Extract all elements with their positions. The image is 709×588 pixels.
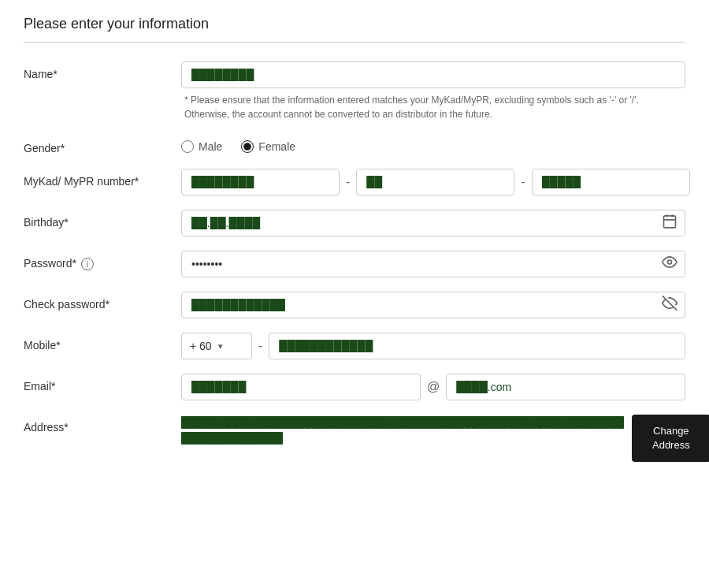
check-password-label: Check password* bbox=[24, 292, 181, 311]
mobile-label: Mobile* bbox=[24, 333, 181, 352]
mykad-label: MyKad/ MyPR number* bbox=[24, 169, 181, 188]
check-password-eye-icon[interactable] bbox=[662, 296, 677, 315]
password-input-wrapper bbox=[181, 251, 685, 277]
email-domain-input[interactable] bbox=[446, 374, 685, 400]
name-control: * Please ensure that the information ent… bbox=[181, 61, 685, 121]
birthday-control bbox=[181, 210, 685, 236]
country-code-dropdown[interactable]: + 60 ▼ bbox=[181, 333, 252, 359]
name-label: Name* bbox=[24, 61, 181, 80]
mobile-sep: - bbox=[258, 339, 262, 353]
check-password-input[interactable] bbox=[181, 292, 685, 318]
email-label: Email* bbox=[24, 374, 181, 393]
email-group: @ bbox=[181, 374, 685, 400]
gender-row: Gender* Male Female bbox=[24, 136, 685, 154]
mykad-sep2: - bbox=[521, 175, 525, 189]
address-text-area: ████████████████████████████████████████… bbox=[181, 415, 624, 445]
password-control bbox=[181, 251, 685, 277]
birthday-row: Birthday* bbox=[24, 210, 685, 236]
name-row: Name* * Please ensure that the informati… bbox=[24, 61, 685, 121]
gender-male-option[interactable]: Male bbox=[181, 140, 222, 153]
email-row: Email* @ bbox=[24, 374, 685, 400]
name-hint: * Please ensure that the information ent… bbox=[181, 93, 685, 121]
gender-label: Gender* bbox=[24, 136, 181, 154]
password-label-text: Password* bbox=[24, 257, 76, 270]
mykad-part2-input[interactable] bbox=[356, 169, 514, 195]
mykad-row: MyKad/ MyPR number* - - bbox=[24, 169, 685, 195]
calendar-icon[interactable] bbox=[662, 214, 677, 233]
chevron-down-icon: ▼ bbox=[217, 342, 225, 351]
password-info-icon[interactable]: i bbox=[81, 258, 94, 270]
mobile-number-input[interactable] bbox=[269, 333, 685, 359]
gender-male-label: Male bbox=[199, 140, 222, 153]
password-eye-icon[interactable] bbox=[662, 255, 677, 274]
gender-female-option[interactable]: Female bbox=[241, 140, 295, 153]
gender-male-radio[interactable] bbox=[181, 140, 194, 153]
gender-options: Male Female bbox=[181, 136, 685, 153]
check-password-control bbox=[181, 292, 685, 318]
mykad-part3-input[interactable] bbox=[532, 169, 690, 195]
name-input-wrapper bbox=[181, 61, 685, 88]
birthday-label: Birthday* bbox=[24, 210, 181, 229]
address-line1: ████████████████████████████████████████… bbox=[181, 415, 624, 430]
address-label: Address* bbox=[24, 415, 181, 434]
address-row: Address* ███████████████████████████████… bbox=[24, 415, 685, 462]
mykad-sep1: - bbox=[346, 175, 350, 189]
check-password-input-wrapper bbox=[181, 292, 685, 318]
email-control: @ bbox=[181, 374, 685, 400]
password-label: Password* i bbox=[24, 251, 181, 270]
mobile-row: Mobile* + 60 ▼ - bbox=[24, 333, 685, 359]
check-password-row: Check password* bbox=[24, 292, 685, 318]
address-control: ████████████████████████████████████████… bbox=[181, 415, 709, 462]
divider bbox=[24, 42, 685, 43]
password-input[interactable] bbox=[181, 251, 685, 277]
mobile-group: + 60 ▼ - bbox=[181, 333, 685, 359]
email-local-input[interactable] bbox=[181, 374, 421, 400]
mykad-control: - - bbox=[181, 169, 690, 195]
birthday-input[interactable] bbox=[181, 210, 685, 236]
country-code-value: + 60 bbox=[190, 340, 212, 352]
mobile-control: + 60 ▼ - bbox=[181, 333, 685, 359]
at-symbol: @ bbox=[427, 380, 440, 394]
password-row: Password* i bbox=[24, 251, 685, 277]
address-line2: ██████████████ bbox=[181, 430, 624, 446]
svg-point-4 bbox=[668, 260, 672, 264]
gender-female-label: Female bbox=[258, 140, 295, 153]
gender-control: Male Female bbox=[181, 136, 685, 153]
mykad-group: - - bbox=[181, 169, 690, 195]
birthday-input-wrapper bbox=[181, 210, 685, 236]
mykad-part1-input[interactable] bbox=[181, 169, 340, 195]
page-title: Please enter your information bbox=[24, 16, 685, 32]
address-group: ████████████████████████████████████████… bbox=[181, 415, 709, 462]
change-address-button[interactable]: Change Address bbox=[632, 415, 709, 462]
gender-female-radio[interactable] bbox=[241, 140, 254, 153]
name-input[interactable] bbox=[181, 61, 685, 88]
svg-rect-0 bbox=[664, 216, 676, 228]
